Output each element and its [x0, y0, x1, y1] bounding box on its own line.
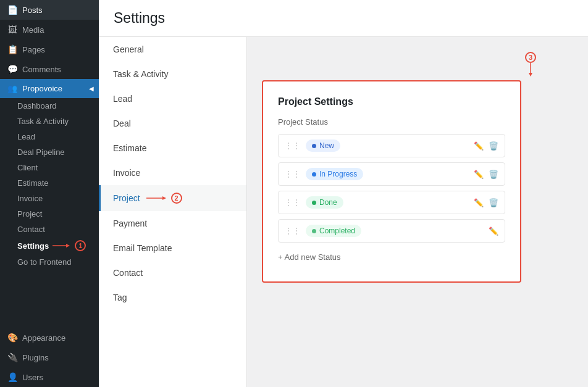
- project-nav-arrow-icon: [146, 195, 167, 201]
- annotation-1: 1: [75, 240, 86, 251]
- settings-nav-task-activity[interactable]: Task & Activity: [99, 62, 246, 86]
- status-actions-in-progress: ✏️ 🗑️: [474, 170, 498, 179]
- sidebar-sub-task-activity[interactable]: Task & Activity: [0, 114, 99, 129]
- project-settings-title: Project Settings: [278, 96, 505, 107]
- status-actions-done: ✏️ 🗑️: [474, 198, 498, 207]
- settings-nav-deal[interactable]: Deal: [99, 111, 246, 136]
- main-content: Settings General Task & Activity Lead De…: [99, 0, 588, 387]
- sidebar-sub-lead[interactable]: Lead: [0, 129, 99, 144]
- settings-nav-payment[interactable]: Payment: [99, 211, 246, 236]
- sidebar-item-appearance[interactable]: 🎨 Appearance: [0, 328, 99, 347]
- settings-arrow-icon: [52, 243, 71, 249]
- sidebar-sub-deal-pipeline[interactable]: Deal Pipeline: [0, 144, 99, 160]
- sidebar-sub-estimate[interactable]: Estimate: [0, 175, 99, 191]
- edit-done-button[interactable]: ✏️: [474, 198, 484, 207]
- drag-handle-in-progress[interactable]: ⋮⋮: [285, 170, 301, 178]
- drag-handle-completed[interactable]: ⋮⋮: [285, 227, 301, 235]
- sidebar-sub-dashboard[interactable]: Dashboard: [0, 98, 99, 114]
- drag-handle-new[interactable]: ⋮⋮: [285, 141, 301, 150]
- status-badge-new: New: [306, 139, 340, 152]
- annotation-3-container: 3: [262, 52, 536, 78]
- status-badge-in-progress: In Progress: [306, 168, 363, 180]
- sidebar-item-pages[interactable]: 📋 Pages: [0, 40, 99, 59]
- wp-sidebar: 📄 Posts 🖼 Media 📋 Pages 💬 Comments 👥 Pro…: [0, 0, 99, 387]
- sidebar-sub-project[interactable]: Project: [0, 206, 99, 222]
- project-settings-box: Project Settings Project Status ⋮⋮ New ✏…: [262, 80, 521, 283]
- drag-handle-done[interactable]: ⋮⋮: [285, 198, 301, 207]
- svg-marker-3: [162, 196, 166, 200]
- sidebar-item-media[interactable]: 🖼 Media: [0, 20, 99, 40]
- propovoice-arrow-icon: ◀: [89, 85, 94, 92]
- annotation-2: 2: [171, 193, 182, 204]
- status-badge-done: Done: [306, 196, 343, 209]
- page-title: Settings: [114, 10, 573, 27]
- appearance-icon: 🎨: [7, 333, 17, 343]
- add-status-button[interactable]: + Add new Status: [278, 248, 341, 267]
- page-header: Settings: [99, 0, 588, 37]
- in-progress-dot: [312, 172, 316, 177]
- propovoice-icon: 👥: [7, 84, 17, 93]
- settings-nav-estimate[interactable]: Estimate: [99, 136, 246, 160]
- settings-nav-general[interactable]: General: [99, 37, 246, 62]
- propovoice-submenu: Dashboard Task & Activity Lead Deal Pipe…: [0, 98, 99, 270]
- sidebar-sub-contact[interactable]: Contact: [0, 222, 99, 237]
- edit-in-progress-button[interactable]: ✏️: [474, 170, 484, 179]
- done-dot: [312, 201, 316, 205]
- sidebar-item-propovoice[interactable]: 👥 Propovoice ◀: [0, 79, 99, 98]
- sidebar-sub-settings[interactable]: Settings 1: [0, 237, 99, 254]
- status-row-in-progress: ⋮⋮ In Progress ✏️ 🗑️: [278, 162, 505, 186]
- settings-nav: General Task & Activity Lead Deal Estima…: [99, 37, 247, 387]
- posts-icon: 📄: [7, 5, 17, 15]
- edit-new-button[interactable]: ✏️: [474, 141, 484, 151]
- annotation-3-down-arrow-icon: [527, 63, 534, 78]
- sidebar-item-posts[interactable]: 📄 Posts: [0, 0, 99, 20]
- status-actions-new: ✏️ 🗑️: [474, 141, 498, 151]
- delete-new-button[interactable]: 🗑️: [489, 141, 498, 151]
- annotation-3-arrow: 3: [525, 52, 536, 78]
- delete-done-button[interactable]: 🗑️: [489, 198, 498, 207]
- sidebar-sub-client[interactable]: Client: [0, 160, 99, 175]
- settings-nav-invoice[interactable]: Invoice: [99, 160, 246, 185]
- sidebar-sub-go-to-frontend[interactable]: Go to Frontend: [0, 254, 99, 270]
- status-badge-completed: Completed: [306, 225, 361, 237]
- plugins-icon: 🔌: [7, 352, 17, 362]
- status-actions-completed: ✏️: [489, 227, 498, 236]
- settings-nav-email-template[interactable]: Email Template: [99, 236, 246, 260]
- settings-nav-lead[interactable]: Lead: [99, 86, 246, 111]
- media-icon: 🖼: [7, 25, 17, 35]
- sidebar-item-users[interactable]: 👤 Users: [0, 367, 99, 387]
- content-area: General Task & Activity Lead Deal Estima…: [99, 37, 588, 387]
- project-status-label: Project Status: [278, 117, 505, 127]
- delete-in-progress-button[interactable]: 🗑️: [489, 170, 498, 179]
- settings-nav-project[interactable]: Project 2: [99, 185, 246, 211]
- pages-icon: 📋: [7, 44, 17, 54]
- settings-nav-tag[interactable]: Tag: [99, 285, 246, 310]
- status-row-new: ⋮⋮ New ✏️ 🗑️: [278, 134, 505, 157]
- annotation-3: 3: [525, 52, 536, 63]
- settings-panel: 3 Project Settings Project Status ⋮⋮ New: [247, 37, 588, 387]
- sidebar-item-plugins[interactable]: 🔌 Plugins: [0, 347, 99, 367]
- new-dot: [312, 144, 316, 148]
- svg-marker-1: [66, 244, 70, 248]
- edit-completed-button[interactable]: ✏️: [489, 227, 498, 236]
- sidebar-sub-invoice[interactable]: Invoice: [0, 191, 99, 206]
- status-row-completed: ⋮⋮ Completed ✏️: [278, 219, 505, 243]
- users-icon: 👤: [7, 372, 17, 382]
- status-row-done: ⋮⋮ Done ✏️ 🗑️: [278, 191, 505, 214]
- svg-marker-5: [529, 73, 532, 77]
- completed-dot: [312, 229, 316, 233]
- comments-icon: 💬: [7, 64, 17, 74]
- sidebar-item-comments[interactable]: 💬 Comments: [0, 59, 99, 79]
- settings-nav-contact[interactable]: Contact: [99, 260, 246, 285]
